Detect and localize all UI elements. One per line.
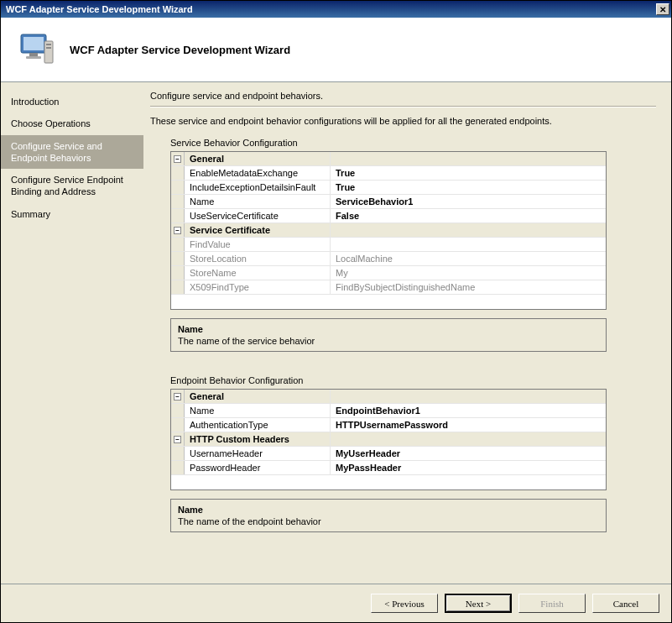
sidebar: Introduction Choose Operations Configure… xyxy=(1,82,143,601)
endpoint-behavior-grid[interactable]: − General NameEndpointBehavior1 Authenti… xyxy=(170,389,607,490)
grid-category-http-headers[interactable]: − HTTP Custom Headers xyxy=(171,432,606,447)
grid-row[interactable]: AuthenticationTypeHTTPUsernamePassword xyxy=(171,418,606,432)
grid-row[interactable]: PasswordHeaderMyPassHeader xyxy=(171,461,606,475)
grid-blank xyxy=(171,475,606,490)
help-text: The name of the endpoint behavior xyxy=(178,516,599,526)
help-text: The name of the service behavior xyxy=(178,336,599,346)
header-title: WCF Adapter Service Development Wizard xyxy=(70,44,290,56)
grid-row[interactable]: StoreNameMy xyxy=(171,266,606,280)
svg-rect-6 xyxy=(46,47,51,49)
grid-row[interactable]: NameServiceBehavior1 xyxy=(171,195,606,209)
svg-rect-5 xyxy=(46,44,51,45)
help-title: Name xyxy=(178,324,599,334)
grid-row[interactable]: IncludeExceptionDetailsinFaultTrue xyxy=(171,181,606,195)
wizard-header: WCF Adapter Service Development Wizard xyxy=(1,18,671,82)
main-panel: Configure service and endpoint behaviors… xyxy=(143,82,671,601)
grid-row[interactable]: UsernameHeaderMyUserHeader xyxy=(171,447,606,461)
grid-blank xyxy=(171,295,606,309)
page-description-text: These service and endpoint behavior conf… xyxy=(150,116,656,126)
sidebar-item-configure-binding[interactable]: Configure Service Endpoint Binding and A… xyxy=(1,169,143,203)
svg-rect-3 xyxy=(26,56,41,59)
window-title: WCF Adapter Service Development Wizard xyxy=(6,4,193,14)
collapse-icon[interactable]: − xyxy=(171,152,185,165)
finish-button: Finish xyxy=(518,594,586,613)
titlebar: WCF Adapter Service Development Wizard ✕ xyxy=(1,1,671,18)
wizard-body: Introduction Choose Operations Configure… xyxy=(1,82,671,601)
page-description-title: Configure service and endpoint behaviors… xyxy=(150,91,656,101)
grid-category-certificate[interactable]: − Service Certificate xyxy=(171,223,606,238)
collapse-icon[interactable]: − xyxy=(171,432,185,446)
divider xyxy=(150,106,656,107)
collapse-icon[interactable]: − xyxy=(171,390,185,403)
grid-row[interactable]: NameEndpointBehavior1 xyxy=(171,404,606,418)
close-button[interactable]: ✕ xyxy=(656,3,669,15)
endpoint-help-pane: Name The name of the endpoint behavior xyxy=(170,499,607,532)
previous-button[interactable]: < Previous xyxy=(371,594,438,613)
wizard-footer: < Previous Next > Finish Cancel xyxy=(1,584,671,622)
grid-row[interactable]: StoreLocationLocalMachine xyxy=(171,252,606,266)
grid-row[interactable]: EnableMetadataExchangeTrue xyxy=(171,166,606,181)
grid-row[interactable]: UseServiceCertificateFalse xyxy=(171,209,606,223)
next-button[interactable]: Next > xyxy=(445,594,512,613)
computer-icon xyxy=(16,29,56,70)
grid-category-general[interactable]: − General xyxy=(171,390,606,404)
wizard-window: WCF Adapter Service Development Wizard ✕… xyxy=(0,0,672,623)
grid-row[interactable]: X509FindTypeFindBySubjectDistinguishedNa… xyxy=(171,280,606,295)
help-title: Name xyxy=(178,505,599,515)
service-behavior-grid[interactable]: − General EnableMetadataExchangeTrue Inc… xyxy=(170,151,607,310)
sidebar-item-summary[interactable]: Summary xyxy=(1,203,143,225)
endpoint-grid-label: Endpoint Behavior Configuration xyxy=(170,375,656,385)
cancel-button[interactable]: Cancel xyxy=(592,594,659,613)
sidebar-item-choose-operations[interactable]: Choose Operations xyxy=(1,113,143,134)
grid-row[interactable]: FindValue xyxy=(171,238,606,252)
service-help-pane: Name The name of the service behavior xyxy=(170,318,607,352)
sidebar-item-introduction[interactable]: Introduction xyxy=(1,91,143,113)
service-grid-label: Service Behavior Configuration xyxy=(170,138,656,148)
svg-rect-1 xyxy=(23,37,44,50)
grid-category-general[interactable]: − General xyxy=(171,152,606,166)
collapse-icon[interactable]: − xyxy=(171,223,185,237)
svg-rect-2 xyxy=(29,53,38,56)
sidebar-item-configure-behaviors[interactable]: Configure Service and Endpoint Behaviors xyxy=(1,135,143,170)
